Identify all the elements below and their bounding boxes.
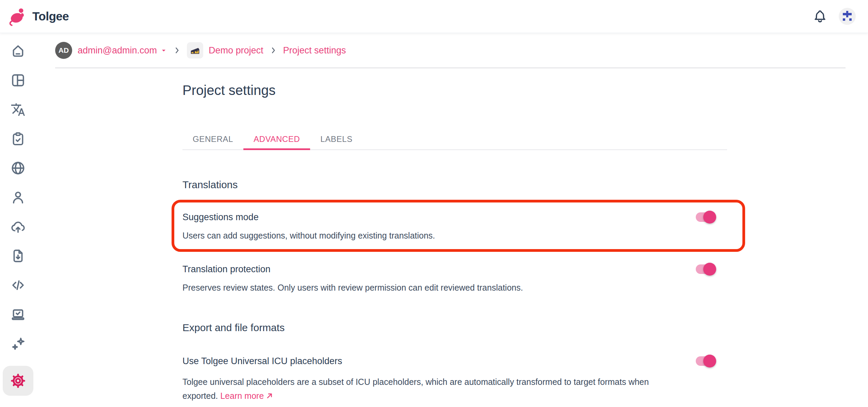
main-content: AD admin@admin.com (36, 33, 868, 407)
user-initials-avatar[interactable]: AD (55, 42, 72, 59)
sidebar (0, 33, 36, 407)
sidebar-item-tasks[interactable] (3, 124, 33, 153)
chevron-right-icon (173, 46, 181, 55)
translate-icon (11, 102, 26, 117)
sidebar-item-devtools[interactable] (3, 300, 33, 329)
section-title-export: Export and file formats (182, 321, 727, 334)
project-avatar (187, 42, 203, 59)
members-user-icon (10, 190, 26, 205)
brand-name: Tolgee (32, 10, 69, 23)
page-title: Project settings (182, 82, 727, 98)
caret-down-icon (160, 47, 167, 54)
breadcrumb-project-link[interactable]: Demo project (209, 45, 263, 56)
setting-description: Tolgee universal placeholders are a subs… (182, 375, 669, 403)
breadcrumb-organization[interactable]: admin@admin.com (78, 45, 167, 56)
ai-sparkles-icon (10, 336, 26, 352)
tolgee-mouse-logo-icon (7, 6, 27, 26)
tasks-clipboard-check-icon (10, 131, 26, 147)
breadcrumb: AD admin@admin.com (55, 42, 868, 59)
tab-labels[interactable]: LABELS (310, 129, 363, 149)
cheese-emoji-icon (190, 45, 200, 56)
sidebar-item-integrate[interactable] (3, 271, 33, 300)
setting-label: Suggestions mode (182, 211, 435, 223)
icu-placeholders-toggle[interactable] (696, 355, 715, 368)
chevron-right-icon (269, 46, 278, 55)
globe-languages-icon (10, 160, 26, 176)
setting-description: Users can add suggestions, without modif… (182, 230, 435, 241)
home-icon (10, 43, 26, 59)
setting-row-icu-placeholders: Use Tolgee Universal ICU placeholders To… (182, 355, 727, 403)
dashboard-icon (10, 72, 26, 88)
sidebar-item-ai[interactable] (3, 329, 33, 358)
tab-advanced[interactable]: ADVANCED (243, 129, 310, 149)
sidebar-item-home[interactable] (3, 36, 33, 66)
user-avatar[interactable] (839, 8, 856, 25)
sidebar-item-translations[interactable] (3, 95, 33, 124)
setting-label: Translation protection (182, 263, 523, 275)
suggestions-mode-toggle[interactable] (696, 211, 715, 224)
tab-general[interactable]: GENERAL (182, 129, 243, 149)
setting-row-suggestions-mode: Suggestions mode Users can add suggestio… (182, 211, 715, 241)
learn-more-link[interactable]: Learn more (220, 391, 274, 401)
section-title-translations: Translations (182, 178, 727, 191)
sidebar-item-import[interactable] (3, 212, 33, 241)
sidebar-item-export[interactable] (3, 241, 33, 271)
settings-gear-icon (10, 373, 26, 389)
setting-row-translation-protection: Translation protection Preserves review … (182, 263, 727, 293)
pixel-identicon-icon (842, 11, 853, 22)
sidebar-item-languages[interactable] (3, 153, 33, 183)
setting-label: Use Tolgee Universal ICU placeholders (182, 355, 669, 367)
import-cloud-upload-icon (10, 219, 26, 234)
translation-protection-toggle[interactable] (696, 263, 715, 276)
external-link-arrow-icon (264, 391, 274, 401)
export-file-download-icon (10, 248, 26, 264)
breadcrumb-divider (55, 67, 846, 68)
setting-description: Preserves review states. Only users with… (182, 282, 523, 293)
integrate-code-icon (10, 277, 26, 293)
notifications-button[interactable] (811, 8, 829, 25)
breadcrumb-current-page: Project settings (283, 45, 346, 56)
brand[interactable]: Tolgee (7, 6, 69, 26)
sidebar-item-settings[interactable] (3, 366, 33, 396)
sidebar-item-dashboard[interactable] (3, 66, 33, 95)
bell-icon (813, 9, 827, 23)
highlight-annotation-box: Suggestions mode Users can add suggestio… (172, 200, 745, 252)
laptop-check-icon (10, 307, 26, 322)
settings-tabs: GENERAL ADVANCED LABELS (182, 129, 727, 150)
sidebar-item-members[interactable] (3, 183, 33, 212)
top-bar: Tolgee (0, 0, 868, 33)
